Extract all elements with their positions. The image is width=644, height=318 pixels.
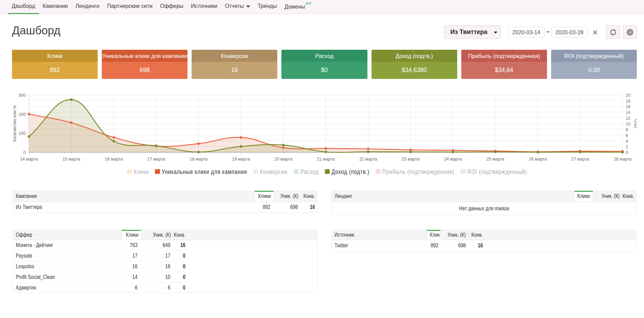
svg-text:21 марта: 21 марта [317, 157, 335, 162]
svg-text:18: 18 [626, 99, 631, 104]
svg-text:17 марта: 17 марта [147, 157, 165, 162]
svg-text:18 марта: 18 марта [190, 157, 207, 162]
svg-text:14 марта: 14 марта [20, 157, 38, 162]
svg-text:19 марта: 19 марта [232, 157, 250, 162]
svg-text:12: 12 [626, 116, 631, 121]
svg-text:20: 20 [626, 93, 631, 98]
svg-text:23 марта: 23 марта [402, 157, 420, 162]
svg-text:200: 200 [19, 112, 26, 117]
svg-text:15 марта: 15 марта [62, 157, 80, 162]
svg-text:16 марта: 16 марта [105, 157, 123, 162]
svg-text:10: 10 [626, 122, 631, 127]
svg-text:300: 300 [19, 93, 26, 98]
svg-text:25 марта: 25 марта [486, 157, 504, 162]
svg-text:8: 8 [626, 127, 628, 132]
svg-text:6: 6 [626, 133, 628, 138]
svg-text:14: 14 [626, 110, 631, 115]
svg-text:16: 16 [626, 104, 631, 109]
svg-text:100: 100 [19, 131, 26, 136]
svg-text:2: 2 [626, 144, 628, 149]
svg-text:0: 0 [23, 150, 26, 155]
svg-text:USD: USD [633, 119, 637, 128]
svg-text:28 марта: 28 марта [613, 157, 631, 162]
svg-text:24 марта: 24 марта [444, 157, 462, 162]
svg-text:20 марта: 20 марта [275, 157, 292, 162]
svg-text:26 марта: 26 марта [529, 157, 547, 162]
svg-text:27 марта: 27 марта [571, 157, 589, 162]
svg-text:22 марта: 22 марта [359, 157, 377, 162]
svg-text:Количество или %: Количество или % [12, 105, 17, 142]
svg-text:0: 0 [626, 150, 628, 155]
svg-text:4: 4 [626, 139, 628, 144]
